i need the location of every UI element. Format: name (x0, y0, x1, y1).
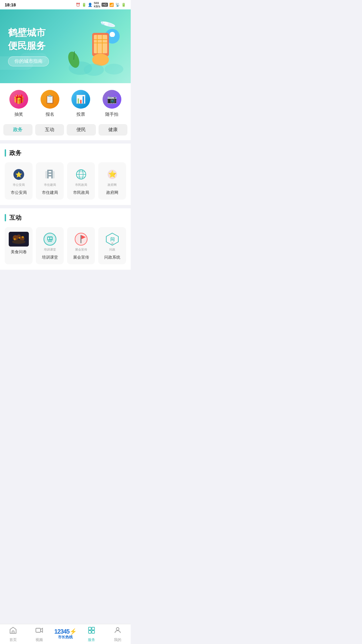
svg-point-38 (12, 240, 25, 244)
svg-rect-46 (50, 237, 52, 238)
banner-illustration (67, 16, 127, 76)
banner-title: 鹤壁城市便民服务 (8, 26, 49, 52)
interact-food-survey[interactable]: 美食问卷 (5, 227, 33, 264)
svg-rect-26 (49, 176, 51, 178)
exhibition-label: 展会宣传 (73, 255, 89, 260)
svg-rect-51 (80, 235, 81, 243)
section-bar (5, 149, 6, 157)
wifi-icon: 📡 (115, 3, 120, 7)
dept-civil[interactable]: 市民政局 市民政局 (67, 162, 95, 200)
dept-housing[interactable]: 市住建局 市住建局 (36, 162, 64, 200)
police-label: 市公安局 (11, 190, 27, 196)
status-time: 18:18 (5, 2, 16, 7)
housing-label: 市住建局 (42, 190, 58, 196)
dept-gov[interactable]: ⭐ 政府网 政府网 (98, 162, 126, 200)
interact-politics-inquiry[interactable]: 问 政 问政 问政系统 (98, 227, 126, 264)
svg-point-41 (22, 236, 24, 238)
section-interact: 互动 美食问卷 (0, 208, 131, 270)
battery-icon: 🔋 (82, 3, 86, 7)
exhibition-sub-label: 展会宣传 (75, 248, 87, 252)
hd-icon: HD (102, 3, 108, 7)
gov-icon-wrap: ⭐ 政府网 (105, 167, 120, 187)
category-tabs: 政务 互动 便民 健康 (0, 121, 131, 140)
inquiry-icon: 问 政 (105, 232, 120, 247)
civil-icon-wrap: 市民政局 (74, 167, 88, 187)
user-icon: 👤 (88, 3, 93, 7)
svg-point-39 (14, 238, 16, 240)
photo-icon: 📷 (103, 90, 121, 109)
tab-politics[interactable]: 政务 (3, 124, 33, 136)
status-bar: 18:18 ⏰ 🔋 👤 569KB/s HD 📶 📡 🔋 (0, 0, 131, 9)
food-survey-image (9, 232, 29, 247)
action-register[interactable]: 📋 报名 (37, 90, 63, 117)
housing-icon-wrap: 市住建局 (43, 167, 57, 187)
alarm-icon: ⏰ (76, 3, 80, 7)
gov-label: 政府网 (106, 190, 118, 196)
network-speed: 569KB/s (94, 1, 100, 8)
svg-rect-34 (9, 232, 29, 247)
svg-rect-48 (48, 241, 52, 242)
inquiry-icon-wrap: 问 政 问政 (105, 232, 120, 252)
banner: 鹤壁城市便民服务 你的城市指南 (0, 9, 131, 83)
action-photo[interactable]: 📷 随手拍 (99, 90, 125, 117)
gov-icon: ⭐ (105, 167, 120, 182)
interact-section-bar (5, 214, 6, 221)
action-vote[interactable]: 📊 投票 (67, 90, 94, 117)
svg-rect-45 (48, 237, 49, 239)
politics-header: 政务 (5, 149, 126, 157)
quick-actions: 🎁 抽奖 📋 报名 📊 投票 📷 随手拍 (0, 83, 131, 121)
svg-point-17 (105, 64, 123, 74)
signal-icon: 📶 (109, 3, 114, 7)
housing-sub-label: 市住建局 (44, 183, 56, 187)
civil-sub-label: 市民政局 (75, 183, 87, 187)
interact-header: 互动 (5, 214, 126, 222)
svg-rect-25 (49, 174, 51, 175)
dept-police[interactable]: ⭐ 市公安局 市公安局 (5, 162, 33, 200)
police-icon-wrap: ⭐ 市公安局 (11, 167, 26, 187)
politics-title: 政务 (9, 149, 21, 157)
section-politics: 政务 ⭐ 市公安局 市公安局 (0, 144, 131, 205)
svg-point-16 (84, 64, 104, 76)
food-survey-label: 美食问卷 (11, 249, 27, 255)
svg-rect-14 (93, 56, 108, 62)
tab-convenience[interactable]: 便民 (67, 124, 96, 136)
civil-label: 市民政局 (73, 190, 89, 196)
svg-rect-8 (94, 35, 107, 53)
interact-grid: 美食问卷 培训课堂 (5, 227, 126, 264)
svg-text:政: 政 (111, 242, 113, 245)
register-icon: 📋 (41, 90, 59, 109)
svg-point-40 (18, 237, 20, 239)
action-lottery[interactable]: 🎁 抽奖 (5, 90, 32, 117)
vote-icon: 📊 (71, 90, 90, 109)
svg-point-5 (110, 32, 115, 37)
inquiry-sub-label: 问政 (109, 248, 115, 252)
status-icons: ⏰ 🔋 👤 569KB/s HD 📶 📡 🔋 (76, 1, 126, 8)
interact-title: 互动 (9, 214, 21, 222)
svg-rect-47 (50, 238, 52, 239)
photo-label: 随手拍 (105, 111, 118, 117)
vote-label: 投票 (76, 111, 85, 117)
gov-sub-label: 政府网 (108, 183, 117, 187)
lottery-label: 抽奖 (14, 111, 23, 117)
police-sub-label: 市公安局 (13, 183, 25, 187)
inquiry-label: 问政系统 (104, 255, 120, 260)
banner-text: 鹤壁城市便民服务 你的城市指南 (8, 26, 49, 66)
lottery-icon: 🎁 (9, 90, 28, 109)
civil-icon (74, 167, 88, 182)
svg-text:⭐: ⭐ (108, 170, 116, 178)
training-icon-wrap: 培训课堂 (43, 232, 57, 252)
svg-text:问: 问 (110, 237, 114, 242)
interact-training[interactable]: 培训课堂 培训课堂 (36, 227, 64, 264)
training-label: 培训课堂 (42, 255, 58, 260)
svg-rect-24 (49, 171, 51, 172)
battery-full-icon: 🔋 (121, 3, 126, 7)
housing-icon (43, 167, 57, 182)
interact-exhibition[interactable]: 展会宣传 展会宣传 (67, 227, 95, 264)
tab-health[interactable]: 健康 (99, 124, 128, 136)
training-sub-label: 培训课堂 (44, 248, 56, 252)
tab-interact[interactable]: 互动 (35, 124, 64, 136)
main-content: 🎁 抽奖 📋 报名 📊 投票 📷 随手拍 政务 互动 便民 健康 (0, 83, 131, 293)
training-icon (43, 232, 57, 247)
exhibition-icon (74, 232, 88, 247)
police-icon: ⭐ (11, 167, 26, 182)
